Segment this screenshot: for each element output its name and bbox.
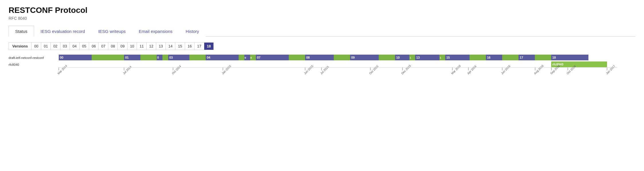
version-03[interactable]: 03 [60, 43, 70, 50]
svg-rect-27 [379, 55, 395, 60]
svg-text:Dec 2015: Dec 2015 [401, 64, 412, 75]
versions-row: Versions 00 01 02 03 04 05 06 07 08 09 1… [9, 42, 214, 50]
svg-text:0: 0 [250, 56, 252, 59]
svg-rect-44 [535, 55, 551, 60]
version-12[interactable]: 12 [147, 43, 156, 50]
svg-text:0: 0 [157, 56, 159, 59]
version-08[interactable]: 08 [108, 43, 118, 50]
version-09[interactable]: 09 [118, 43, 127, 50]
svg-text:01: 01 [125, 56, 129, 59]
svg-text:18: 18 [552, 56, 556, 59]
svg-rect-21 [289, 55, 305, 60]
svg-text:04: 04 [207, 56, 211, 59]
svg-text:1: 1 [440, 56, 441, 59]
svg-text:1: 1 [410, 56, 411, 59]
svg-text:16: 16 [487, 56, 490, 59]
svg-text:03: 03 [169, 56, 173, 59]
svg-text:Aug 2016: Aug 2016 [533, 64, 544, 75]
version-07[interactable]: 07 [99, 43, 108, 50]
svg-text:Mar 2016: Mar 2016 [451, 64, 462, 75]
svg-rect-12 [206, 55, 239, 60]
svg-text:07: 07 [257, 56, 260, 59]
svg-text:Mar 2014: Mar 2014 [57, 64, 68, 75]
version-10[interactable]: 10 [127, 43, 137, 50]
version-13[interactable]: 13 [156, 43, 166, 50]
version-17[interactable]: 17 [195, 43, 204, 50]
svg-rect-19 [256, 55, 289, 60]
version-02[interactable]: 02 [51, 43, 60, 50]
version-04[interactable]: 04 [70, 43, 79, 50]
version-00[interactable]: 00 [32, 43, 41, 50]
svg-text:15: 15 [446, 56, 450, 59]
version-15[interactable]: 15 [175, 43, 185, 50]
svg-rect-41 [502, 55, 519, 60]
svg-text:Oct 2014: Oct 2014 [171, 65, 182, 75]
version-18[interactable]: 18 [204, 43, 213, 50]
svg-rect-45 [551, 55, 588, 60]
version-06[interactable]: 06 [89, 43, 99, 50]
tab-status[interactable]: Status [9, 26, 34, 37]
svg-rect-5 [140, 55, 157, 60]
version-16[interactable]: 16 [185, 43, 195, 50]
svg-text:Jul 2014: Jul 2014 [122, 65, 132, 75]
svg-text:08: 08 [306, 56, 310, 59]
timeline-container: draft-ietf-netconf-restconf rfc8040 00 0… [9, 55, 635, 95]
version-01[interactable]: 01 [41, 43, 51, 50]
tab-email-expansions[interactable]: Email expansions [132, 26, 179, 37]
svg-text:Jun 2016: Jun 2016 [500, 64, 511, 75]
svg-text:Jul 2015: Jul 2015 [320, 65, 330, 75]
svg-rect-38 [470, 55, 486, 60]
doc1-name: draft-ietf-netconf-restconf [9, 55, 59, 61]
tabs-bar: Status IESG evaluation record IESG write… [9, 26, 635, 37]
doc2-name: rfc8040 [9, 61, 59, 68]
svg-text:Jun 2015: Jun 2015 [303, 64, 314, 75]
svg-rect-11 [189, 55, 206, 60]
page-title: RESTCONF Protocol [9, 6, 635, 15]
versions-label: Versions [9, 43, 32, 50]
svg-text:17: 17 [520, 56, 523, 59]
svg-rect-2 [92, 55, 124, 60]
svg-rect-8 [162, 55, 168, 60]
svg-text:10: 10 [396, 56, 400, 59]
version-14[interactable]: 14 [166, 43, 175, 50]
version-05[interactable]: 05 [80, 43, 89, 50]
timeline-svg: 00 01 0 03 04 0 0 07 [59, 55, 617, 95]
svg-rect-0 [59, 55, 92, 60]
svg-text:0: 0 [245, 56, 246, 59]
svg-text:Oct 2015: Oct 2015 [369, 65, 379, 75]
svg-text:13: 13 [416, 56, 420, 59]
svg-rect-24 [334, 55, 350, 60]
tab-iesg-writeups[interactable]: IESG writeups [92, 26, 132, 37]
doc-names: draft-ietf-netconf-restconf rfc8040 [9, 55, 59, 68]
rfc-subtitle: RFC 8040 [9, 16, 635, 21]
version-11[interactable]: 11 [137, 43, 146, 50]
svg-text:00: 00 [60, 56, 63, 59]
svg-text:Apr 2016: Apr 2016 [467, 65, 477, 75]
tab-iesg-eval[interactable]: IESG evaluation record [34, 26, 92, 37]
svg-text:Jan 2015: Jan 2015 [221, 64, 232, 75]
tab-history[interactable]: History [179, 26, 206, 37]
svg-text:09: 09 [351, 56, 355, 59]
svg-rect-14 [239, 55, 244, 60]
